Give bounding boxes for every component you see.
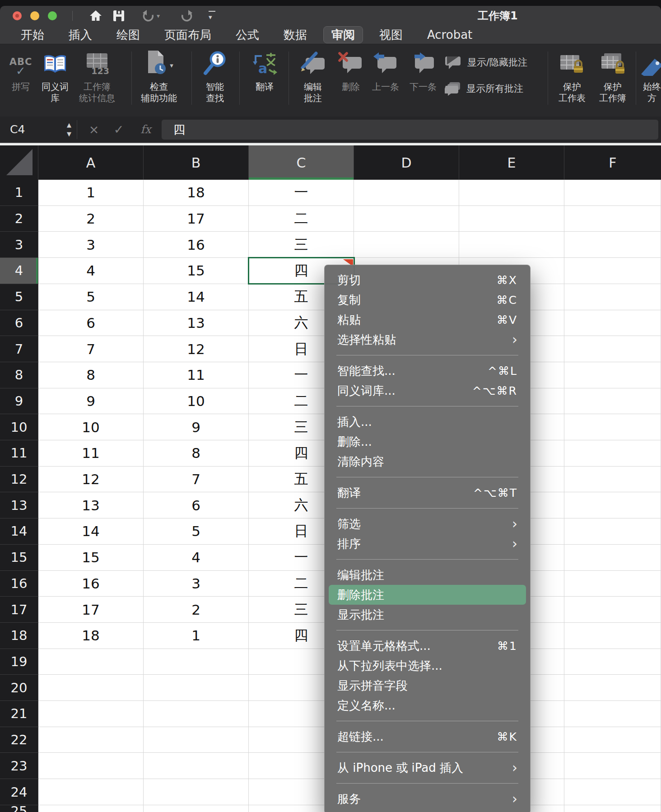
- row-header-20[interactable]: 20: [0, 675, 38, 701]
- zoom-button[interactable]: [48, 11, 57, 20]
- cell-F12[interactable]: [564, 467, 661, 493]
- cell-B23[interactable]: [144, 753, 249, 779]
- stepper-up-icon[interactable]: ▲: [65, 120, 74, 129]
- row-header-13[interactable]: 13: [0, 492, 38, 518]
- row-header-3[interactable]: 3: [0, 232, 38, 258]
- cell-A18[interactable]: 18: [38, 623, 144, 649]
- home-button[interactable]: [88, 8, 103, 24]
- tab-数据[interactable]: 数据: [284, 26, 307, 44]
- translate-button[interactable]: a 翻译: [243, 47, 286, 93]
- workbook-stats-button[interactable]: 123 工作簿 统计信息: [72, 47, 122, 104]
- cell-B25[interactable]: [144, 805, 249, 812]
- menu-item[interactable]: 翻译^⌥⌘T: [325, 483, 530, 503]
- toolbar-overflow-button[interactable]: ▾: [209, 8, 215, 24]
- tab-视图[interactable]: 视图: [379, 26, 403, 44]
- menu-item[interactable]: 排序›: [325, 534, 530, 554]
- row-header-5[interactable]: 5: [0, 284, 38, 310]
- tab-公式[interactable]: 公式: [236, 26, 259, 44]
- cell-B4[interactable]: 15: [144, 258, 249, 284]
- cell-B1[interactable]: 18: [144, 180, 249, 206]
- cell-F20[interactable]: [564, 675, 661, 701]
- menu-item[interactable]: 删除批注: [329, 585, 526, 605]
- cell-A1[interactable]: 1: [38, 180, 144, 206]
- menu-item[interactable]: 显示批注: [325, 605, 530, 625]
- cell-A17[interactable]: 17: [38, 597, 144, 623]
- cell-B6[interactable]: 13: [144, 310, 249, 336]
- redo-button[interactable]: [180, 8, 194, 24]
- menu-item[interactable]: 显示拼音字段: [325, 676, 530, 695]
- cell-B9[interactable]: 10: [144, 388, 249, 415]
- cell-B18[interactable]: 1: [144, 623, 249, 649]
- menu-item[interactable]: 同义词库...^⌥⌘R: [325, 381, 530, 401]
- cell-B14[interactable]: 5: [144, 518, 249, 545]
- row-header-11[interactable]: 11: [0, 440, 38, 467]
- row-header-12[interactable]: 12: [0, 467, 38, 493]
- cell-B20[interactable]: [144, 675, 249, 701]
- name-box[interactable]: C4 ▲ ▼: [0, 117, 77, 143]
- cell-B11[interactable]: 8: [144, 440, 249, 467]
- cell-F7[interactable]: [564, 336, 661, 362]
- row-header-8[interactable]: 8: [0, 362, 38, 388]
- row-header-18[interactable]: 18: [0, 623, 38, 649]
- menu-item[interactable]: 超链接...⌘K: [325, 727, 530, 747]
- cell-A21[interactable]: [38, 701, 144, 727]
- column-header-E[interactable]: E: [459, 145, 564, 180]
- thesaurus-button[interactable]: 同义词 库: [38, 47, 72, 104]
- column-header-B[interactable]: B: [144, 145, 249, 180]
- cell-B22[interactable]: [144, 727, 249, 753]
- protect-sheet-button[interactable]: 保护 工作表: [552, 47, 592, 104]
- cell-F4[interactable]: [564, 258, 661, 284]
- menu-item[interactable]: 剪切⌘X: [325, 270, 530, 290]
- cell-F1[interactable]: [564, 180, 661, 206]
- menu-item[interactable]: 服务›: [325, 789, 530, 809]
- cell-C1[interactable]: 一: [249, 180, 354, 206]
- cancel-button[interactable]: ×: [85, 117, 103, 143]
- cell-A7[interactable]: 7: [38, 336, 144, 362]
- cell-A22[interactable]: [38, 727, 144, 753]
- tab-审阅[interactable]: 审阅: [323, 26, 363, 43]
- cell-F3[interactable]: [564, 232, 661, 258]
- cell-B3[interactable]: 16: [144, 232, 249, 258]
- cell-F13[interactable]: [564, 492, 661, 518]
- row-header-25[interactable]: 25: [0, 805, 38, 812]
- row-header-1[interactable]: 1: [0, 180, 38, 206]
- row-header-15[interactable]: 15: [0, 545, 38, 571]
- menu-item[interactable]: 从 iPhone 或 iPad 插入›: [325, 758, 530, 778]
- enter-button[interactable]: ✓: [110, 117, 128, 143]
- cell-B21[interactable]: [144, 701, 249, 727]
- cell-E1[interactable]: [459, 180, 564, 206]
- row-header-16[interactable]: 16: [0, 571, 38, 597]
- row-header-2[interactable]: 2: [0, 206, 38, 232]
- cell-B12[interactable]: 7: [144, 467, 249, 493]
- tab-页面布局[interactable]: 页面布局: [164, 26, 211, 44]
- cell-B7[interactable]: 12: [144, 336, 249, 362]
- cell-B5[interactable]: 14: [144, 284, 249, 310]
- cell-A4[interactable]: 4: [38, 258, 144, 284]
- tab-开始[interactable]: 开始: [21, 26, 44, 44]
- check-accessibility-dropdown-icon[interactable]: ▾: [170, 61, 173, 70]
- row-header-24[interactable]: 24: [0, 779, 38, 805]
- edit-comment-button[interactable]: 编辑 批注: [293, 47, 332, 104]
- previous-comment-button[interactable]: 上一条: [368, 47, 404, 93]
- row-header-21[interactable]: 21: [0, 701, 38, 727]
- column-header-C[interactable]: C: [249, 145, 354, 180]
- cell-F24[interactable]: [564, 779, 661, 805]
- smart-lookup-button[interactable]: 智能 查找: [193, 47, 237, 104]
- always-button[interactable]: 始终 方: [638, 47, 661, 104]
- menu-item[interactable]: 删除...: [325, 432, 530, 452]
- menu-item[interactable]: 筛选›: [325, 514, 530, 534]
- stepper-down-icon[interactable]: ▼: [65, 129, 74, 138]
- cell-C2[interactable]: 二: [249, 206, 354, 232]
- next-comment-button[interactable]: 下一条: [404, 47, 442, 93]
- menu-item[interactable]: 设置单元格格式...⌘1: [325, 636, 530, 656]
- cell-B24[interactable]: [144, 779, 249, 805]
- cell-A20[interactable]: [38, 675, 144, 701]
- cell-B16[interactable]: 3: [144, 571, 249, 597]
- cell-B2[interactable]: 17: [144, 206, 249, 232]
- cell-A2[interactable]: 2: [38, 206, 144, 232]
- cell-B17[interactable]: 2: [144, 597, 249, 623]
- cell-A9[interactable]: 9: [38, 388, 144, 415]
- cell-A6[interactable]: 6: [38, 310, 144, 336]
- cell-A25[interactable]: [38, 805, 144, 812]
- cell-B19[interactable]: [144, 649, 249, 675]
